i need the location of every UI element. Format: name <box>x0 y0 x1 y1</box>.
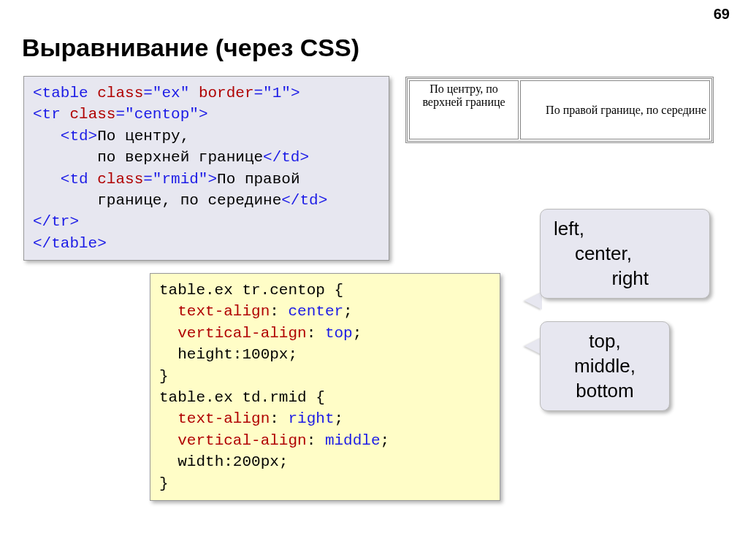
example-rendered-table: По центру, по верхней границе По правой … <box>405 77 714 143</box>
example-row: По центру, по верхней границе По правой … <box>409 80 710 139</box>
html-code-block: <table class="ex" border="1"> <tr class=… <box>23 76 389 261</box>
callout-tail-icon <box>524 292 542 310</box>
page-number: 69 <box>714 6 730 23</box>
callout-text-align-values: left, center, right <box>540 209 710 299</box>
callout-vertical-align-values: top, middle, bottom <box>540 321 670 411</box>
css-code-block: table.ex tr.centop { text-align: center;… <box>150 273 500 501</box>
example-cell-right-middle: По правой границе, по середине <box>520 80 710 139</box>
page-title: Выравнивание (через CSS) <box>22 34 359 62</box>
example-cell-center-top: По центру, по верхней границе <box>409 80 519 139</box>
